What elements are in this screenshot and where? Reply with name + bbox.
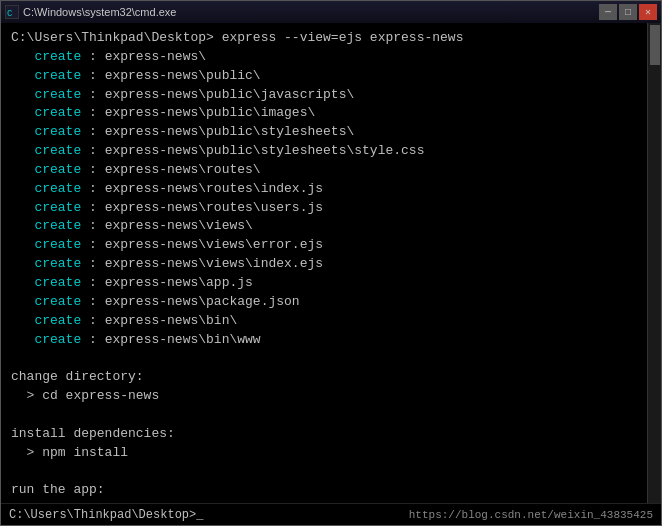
install-command-line: > npm install bbox=[11, 444, 637, 463]
create-keyword: create bbox=[34, 67, 81, 86]
run-title-line: run the app: bbox=[11, 481, 637, 500]
create-line: create : express-news\public\stylesheets… bbox=[11, 123, 637, 142]
run-cmd: > SET DEBUG=express-news:* & npm start bbox=[11, 500, 323, 503]
blank-line-1 bbox=[11, 349, 637, 368]
create-line: create : express-news\package.json bbox=[11, 293, 637, 312]
cmd-window: C C:\Windows\system32\cmd.exe ─ □ ✕ C:\U… bbox=[0, 0, 662, 526]
create-keyword: create bbox=[34, 104, 81, 123]
change-dir-command: > cd express-news bbox=[11, 387, 637, 406]
create-keyword: create bbox=[34, 236, 81, 255]
create-line: create : express-news\bin\www bbox=[11, 331, 637, 350]
create-keyword: create bbox=[34, 274, 81, 293]
create-line: create : express-news\routes\users.js bbox=[11, 199, 637, 218]
create-keyword: create bbox=[34, 86, 81, 105]
create-line: create : express-news\views\ bbox=[11, 217, 637, 236]
cmd-icon: C bbox=[5, 5, 19, 19]
run-title-text: run the app: bbox=[11, 481, 105, 500]
install-cmd: > npm install bbox=[11, 444, 128, 463]
create-line: create : express-news\routes\index.js bbox=[11, 180, 637, 199]
create-keyword: create bbox=[34, 293, 81, 312]
create-line: create : express-news\bin\ bbox=[11, 312, 637, 331]
status-link: https://blog.csdn.net/weixin_43835425 bbox=[409, 509, 653, 521]
blank-line-3 bbox=[11, 462, 637, 481]
install-title-line: install dependencies: bbox=[11, 425, 637, 444]
titlebar-title: C:\Windows\system32\cmd.exe bbox=[23, 6, 176, 18]
titlebar: C C:\Windows\system32\cmd.exe ─ □ ✕ bbox=[1, 1, 661, 23]
create-keyword: create bbox=[34, 331, 81, 350]
create-line: create : express-news\views\index.ejs bbox=[11, 255, 637, 274]
close-button[interactable]: ✕ bbox=[639, 4, 657, 20]
create-keyword: create bbox=[34, 48, 81, 67]
change-dir-title-text: change directory: bbox=[11, 368, 144, 387]
install-title-text: install dependencies: bbox=[11, 425, 175, 444]
create-keyword: create bbox=[34, 312, 81, 331]
initial-command: C:\Users\Thinkpad\Desktop> express --vie… bbox=[11, 29, 463, 48]
create-keyword: create bbox=[34, 142, 81, 161]
svg-text:C: C bbox=[7, 9, 13, 18]
change-dir-title: change directory: bbox=[11, 368, 637, 387]
blank-line-2 bbox=[11, 406, 637, 425]
create-keyword: create bbox=[34, 180, 81, 199]
statusbar: C:\Users\Thinkpad\Desktop>_ https://blog… bbox=[1, 503, 661, 525]
create-keyword: create bbox=[34, 255, 81, 274]
create-line: create : express-news\public\ bbox=[11, 67, 637, 86]
initial-command-line: C:\Users\Thinkpad\Desktop> express --vie… bbox=[11, 29, 637, 48]
create-keyword: create bbox=[34, 199, 81, 218]
terminal-content: C:\Users\Thinkpad\Desktop> express --vie… bbox=[1, 23, 661, 503]
create-keyword: create bbox=[34, 217, 81, 236]
change-dir-cmd: > cd express-news bbox=[11, 387, 159, 406]
terminal-body[interactable]: C:\Users\Thinkpad\Desktop> express --vie… bbox=[1, 23, 647, 503]
create-line: create : express-news\public\images\ bbox=[11, 104, 637, 123]
minimize-button[interactable]: ─ bbox=[599, 4, 617, 20]
run-command-line: > SET DEBUG=express-news:* & npm start bbox=[11, 500, 637, 503]
titlebar-controls: ─ □ ✕ bbox=[599, 4, 657, 20]
create-line: create : express-news\ bbox=[11, 48, 637, 67]
create-keyword: create bbox=[34, 123, 81, 142]
create-line: create : express-news\public\stylesheets… bbox=[11, 142, 637, 161]
create-lines: create : express-news\ create : express-… bbox=[11, 48, 637, 350]
create-line: create : express-news\app.js bbox=[11, 274, 637, 293]
create-line: create : express-news\public\javascripts… bbox=[11, 86, 637, 105]
scrollbar[interactable] bbox=[647, 23, 661, 503]
maximize-button[interactable]: □ bbox=[619, 4, 637, 20]
create-line: create : express-news\routes\ bbox=[11, 161, 637, 180]
create-keyword: create bbox=[34, 161, 81, 180]
titlebar-left: C C:\Windows\system32\cmd.exe bbox=[5, 5, 176, 19]
status-prompt: C:\Users\Thinkpad\Desktop>_ bbox=[9, 508, 203, 522]
scrollbar-thumb[interactable] bbox=[650, 25, 660, 65]
create-line: create : express-news\views\error.ejs bbox=[11, 236, 637, 255]
